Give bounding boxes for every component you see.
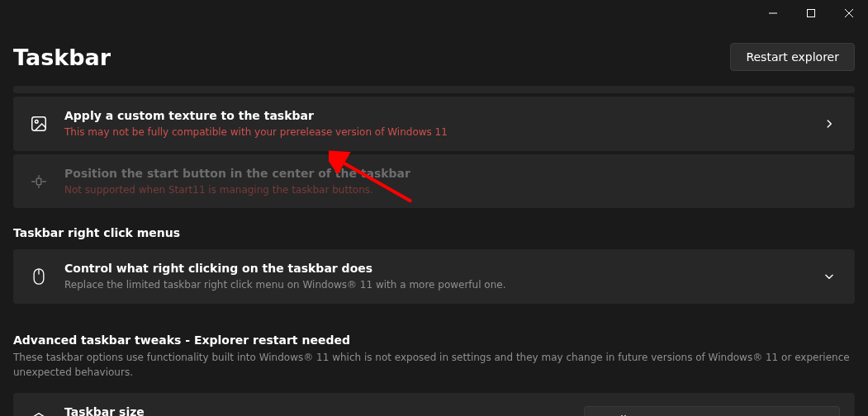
card-title: Taskbar size	[64, 404, 569, 416]
card-text: Taskbar size Be aware this feature requi…	[64, 404, 569, 416]
collapsed-card-edge	[13, 86, 855, 93]
page-header: Taskbar Restart explorer	[13, 43, 855, 71]
card-title: Position the start button in the center …	[64, 166, 840, 182]
size-icon	[28, 411, 50, 416]
window-titlebar	[0, 0, 868, 26]
minimize-icon	[769, 9, 777, 17]
center-align-icon	[28, 173, 50, 191]
svg-rect-1	[32, 117, 46, 131]
maximize-button[interactable]	[792, 0, 830, 26]
card-title: Control what right clicking on the taskb…	[64, 261, 804, 277]
chevron-right-icon	[818, 118, 840, 130]
page-content: Taskbar Restart explorer Apply a custom …	[0, 43, 868, 416]
restart-explorer-button[interactable]: Restart explorer	[730, 43, 855, 71]
close-button[interactable]	[830, 0, 868, 26]
svg-point-2	[35, 120, 38, 123]
card-text: Apply a custom texture to the taskbar Th…	[64, 108, 804, 139]
card-warning: This may not be fully compatible with yo…	[64, 125, 804, 139]
chevron-down-icon	[818, 271, 840, 282]
card-warning: Not supported when Start11 is managing t…	[64, 183, 840, 197]
setting-card-custom-texture[interactable]: Apply a custom texture to the taskbar Th…	[13, 97, 855, 151]
setting-card-right-click[interactable]: Control what right clicking on the taskb…	[13, 249, 855, 304]
card-title: Apply a custom texture to the taskbar	[64, 108, 804, 124]
card-text: Position the start button in the center …	[64, 166, 840, 197]
image-icon	[28, 115, 50, 133]
mouse-icon	[28, 267, 50, 286]
section-title-rightclick: Taskbar right click menus	[13, 226, 855, 239]
section-title-advanced: Advanced taskbar tweaks - Explorer resta…	[13, 333, 855, 347]
page-title: Taskbar	[13, 45, 111, 70]
svg-rect-3	[36, 178, 41, 184]
card-text: Control what right clicking on the taskb…	[64, 261, 804, 292]
taskbar-size-select[interactable]: Small	[584, 406, 840, 416]
card-subtitle: Replace the limited taskbar right click …	[64, 278, 804, 292]
maximize-icon	[807, 9, 815, 17]
setting-card-taskbar-size[interactable]: Taskbar size Be aware this feature requi…	[13, 393, 855, 416]
svg-rect-0	[808, 10, 815, 17]
minimize-button[interactable]	[754, 0, 792, 26]
close-icon	[845, 9, 853, 17]
section-description-advanced: These taskbar options use functionality …	[13, 350, 855, 380]
setting-card-center-start: Position the start button in the center …	[13, 154, 855, 209]
